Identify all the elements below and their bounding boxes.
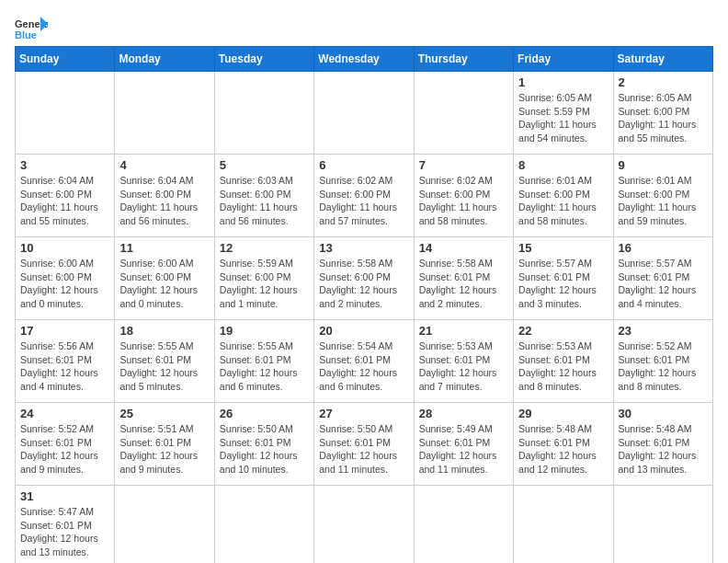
day-cell: 10Sunrise: 6:00 AMSunset: 6:00 PMDayligh… bbox=[16, 237, 115, 320]
day-header-tuesday: Tuesday bbox=[214, 47, 313, 72]
day-cell: 30Sunrise: 5:48 AMSunset: 6:01 PMDayligh… bbox=[613, 403, 712, 486]
day-info: Sunrise: 5:55 AMSunset: 6:01 PMDaylight:… bbox=[220, 339, 309, 394]
day-number: 7 bbox=[419, 158, 508, 172]
day-cell: 13Sunrise: 5:58 AMSunset: 6:00 PMDayligh… bbox=[314, 237, 414, 320]
day-header-saturday: Saturday bbox=[613, 47, 712, 72]
day-header-wednesday: Wednesday bbox=[314, 47, 414, 72]
day-cell bbox=[214, 486, 313, 564]
day-number: 23 bbox=[619, 324, 708, 338]
day-header-monday: Monday bbox=[115, 47, 214, 72]
day-info: Sunrise: 6:00 AMSunset: 6:00 PMDaylight:… bbox=[20, 257, 109, 311]
day-cell bbox=[115, 72, 214, 155]
day-info: Sunrise: 6:04 AMSunset: 6:00 PMDaylight:… bbox=[119, 174, 209, 228]
day-info: Sunrise: 5:58 AMSunset: 6:00 PMDaylight:… bbox=[319, 257, 408, 311]
day-cell: 31Sunrise: 5:47 AMSunset: 6:01 PMDayligh… bbox=[16, 486, 115, 564]
day-number: 25 bbox=[119, 407, 209, 420]
day-number: 1 bbox=[518, 75, 608, 89]
day-cell: 17Sunrise: 5:56 AMSunset: 6:01 PMDayligh… bbox=[16, 320, 115, 403]
logo: General Blue bbox=[15, 15, 48, 42]
day-header-sunday: Sunday bbox=[16, 47, 115, 72]
day-number: 22 bbox=[518, 324, 608, 338]
day-info: Sunrise: 5:52 AMSunset: 6:01 PMDaylight:… bbox=[619, 339, 708, 394]
day-cell: 23Sunrise: 5:52 AMSunset: 6:01 PMDayligh… bbox=[613, 320, 712, 403]
day-cell: 15Sunrise: 5:57 AMSunset: 6:01 PMDayligh… bbox=[514, 237, 613, 320]
day-cell bbox=[514, 486, 613, 564]
week-row-1: 3Sunrise: 6:04 AMSunset: 6:00 PMDaylight… bbox=[16, 155, 713, 237]
day-cell: 12Sunrise: 5:59 AMSunset: 6:00 PMDayligh… bbox=[214, 237, 313, 320]
day-info: Sunrise: 5:59 AMSunset: 6:00 PMDaylight:… bbox=[220, 257, 309, 311]
day-cell: 20Sunrise: 5:54 AMSunset: 6:01 PMDayligh… bbox=[314, 320, 414, 403]
day-number: 15 bbox=[518, 241, 608, 255]
svg-text:Blue: Blue bbox=[15, 29, 37, 40]
day-number: 6 bbox=[319, 158, 408, 172]
day-header-friday: Friday bbox=[514, 47, 613, 72]
day-cell bbox=[414, 72, 513, 155]
day-number: 24 bbox=[20, 407, 109, 420]
day-cell: 26Sunrise: 5:50 AMSunset: 6:01 PMDayligh… bbox=[214, 403, 313, 486]
day-number: 2 bbox=[619, 75, 708, 89]
day-info: Sunrise: 5:50 AMSunset: 6:01 PMDaylight:… bbox=[319, 422, 408, 477]
day-number: 11 bbox=[119, 241, 209, 255]
day-cell: 7Sunrise: 6:02 AMSunset: 6:00 PMDaylight… bbox=[414, 155, 513, 237]
day-info: Sunrise: 5:58 AMSunset: 6:01 PMDaylight:… bbox=[419, 257, 508, 311]
day-cell: 24Sunrise: 5:52 AMSunset: 6:01 PMDayligh… bbox=[16, 403, 115, 486]
day-number: 8 bbox=[518, 158, 608, 172]
day-cell: 9Sunrise: 6:01 AMSunset: 6:00 PMDaylight… bbox=[613, 155, 712, 237]
calendar-body: 1Sunrise: 6:05 AMSunset: 5:59 PMDaylight… bbox=[16, 72, 713, 564]
day-cell bbox=[613, 486, 712, 564]
day-number: 31 bbox=[20, 489, 109, 503]
day-info: Sunrise: 6:00 AMSunset: 6:00 PMDaylight:… bbox=[119, 257, 209, 311]
day-cell: 21Sunrise: 5:53 AMSunset: 6:01 PMDayligh… bbox=[414, 320, 513, 403]
day-info: Sunrise: 5:54 AMSunset: 6:01 PMDaylight:… bbox=[319, 339, 408, 394]
week-row-0: 1Sunrise: 6:05 AMSunset: 5:59 PMDaylight… bbox=[16, 72, 713, 155]
day-cell: 19Sunrise: 5:55 AMSunset: 6:01 PMDayligh… bbox=[214, 320, 313, 403]
day-info: Sunrise: 6:05 AMSunset: 5:59 PMDaylight:… bbox=[518, 91, 608, 145]
day-info: Sunrise: 6:05 AMSunset: 6:00 PMDaylight:… bbox=[619, 91, 708, 145]
day-info: Sunrise: 5:51 AMSunset: 6:01 PMDaylight:… bbox=[119, 422, 209, 477]
day-number: 13 bbox=[319, 241, 408, 255]
day-number: 19 bbox=[220, 324, 309, 338]
day-number: 29 bbox=[518, 407, 608, 420]
day-number: 14 bbox=[419, 241, 508, 255]
day-cell: 3Sunrise: 6:04 AMSunset: 6:00 PMDaylight… bbox=[16, 155, 115, 237]
day-info: Sunrise: 6:04 AMSunset: 6:00 PMDaylight:… bbox=[20, 174, 109, 228]
day-info: Sunrise: 5:49 AMSunset: 6:01 PMDaylight:… bbox=[419, 422, 508, 477]
day-number: 3 bbox=[20, 158, 109, 172]
day-info: Sunrise: 5:48 AMSunset: 6:01 PMDaylight:… bbox=[619, 422, 708, 477]
day-cell: 14Sunrise: 5:58 AMSunset: 6:01 PMDayligh… bbox=[414, 237, 513, 320]
day-cell: 2Sunrise: 6:05 AMSunset: 6:00 PMDaylight… bbox=[613, 72, 712, 155]
day-number: 5 bbox=[220, 158, 309, 172]
day-number: 27 bbox=[319, 407, 408, 420]
days-of-week-row: SundayMondayTuesdayWednesdayThursdayFrid… bbox=[16, 47, 713, 72]
day-info: Sunrise: 6:01 AMSunset: 6:00 PMDaylight:… bbox=[619, 174, 708, 228]
day-cell: 27Sunrise: 5:50 AMSunset: 6:01 PMDayligh… bbox=[314, 403, 414, 486]
day-cell: 25Sunrise: 5:51 AMSunset: 6:01 PMDayligh… bbox=[115, 403, 214, 486]
day-info: Sunrise: 5:53 AMSunset: 6:01 PMDaylight:… bbox=[419, 339, 508, 394]
day-number: 21 bbox=[419, 324, 508, 338]
day-info: Sunrise: 5:48 AMSunset: 6:01 PMDaylight:… bbox=[518, 422, 608, 477]
day-number: 4 bbox=[119, 158, 209, 172]
day-header-thursday: Thursday bbox=[414, 47, 513, 72]
week-row-2: 10Sunrise: 6:00 AMSunset: 6:00 PMDayligh… bbox=[16, 237, 713, 320]
day-cell bbox=[16, 72, 115, 155]
day-number: 17 bbox=[20, 324, 109, 338]
week-row-4: 24Sunrise: 5:52 AMSunset: 6:01 PMDayligh… bbox=[16, 403, 713, 486]
week-row-5: 31Sunrise: 5:47 AMSunset: 6:01 PMDayligh… bbox=[16, 486, 713, 564]
day-number: 18 bbox=[119, 324, 209, 338]
day-info: Sunrise: 5:57 AMSunset: 6:01 PMDaylight:… bbox=[619, 257, 708, 311]
day-cell: 6Sunrise: 6:02 AMSunset: 6:00 PMDaylight… bbox=[314, 155, 414, 237]
day-info: Sunrise: 5:53 AMSunset: 6:01 PMDaylight:… bbox=[518, 339, 608, 394]
day-info: Sunrise: 6:01 AMSunset: 6:00 PMDaylight:… bbox=[518, 174, 608, 228]
day-cell bbox=[115, 486, 214, 564]
day-info: Sunrise: 5:57 AMSunset: 6:01 PMDaylight:… bbox=[518, 257, 608, 311]
week-row-3: 17Sunrise: 5:56 AMSunset: 6:01 PMDayligh… bbox=[16, 320, 713, 403]
day-number: 10 bbox=[20, 241, 109, 255]
day-cell bbox=[314, 72, 414, 155]
day-cell: 4Sunrise: 6:04 AMSunset: 6:00 PMDaylight… bbox=[115, 155, 214, 237]
day-cell: 11Sunrise: 6:00 AMSunset: 6:00 PMDayligh… bbox=[115, 237, 214, 320]
day-cell: 1Sunrise: 6:05 AMSunset: 5:59 PMDaylight… bbox=[514, 72, 613, 155]
day-info: Sunrise: 6:02 AMSunset: 6:00 PMDaylight:… bbox=[319, 174, 408, 228]
day-number: 9 bbox=[619, 158, 708, 172]
day-number: 28 bbox=[419, 407, 508, 420]
day-cell: 18Sunrise: 5:55 AMSunset: 6:01 PMDayligh… bbox=[115, 320, 214, 403]
